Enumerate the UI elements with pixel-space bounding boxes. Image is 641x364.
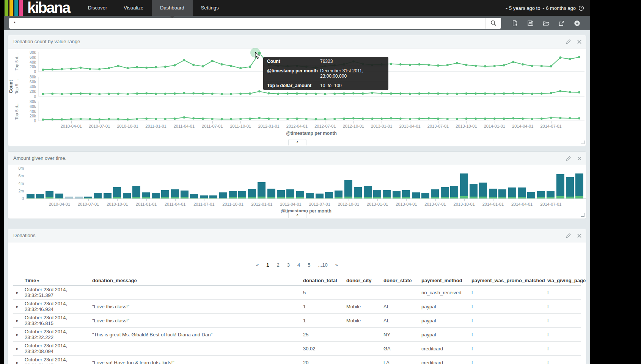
clock-icon [578,5,584,11]
tooltip-value: December 31st 2011, 23:00:00.000 [320,68,385,79]
sort-desc-icon: ▾ [37,279,39,283]
cell-payment_was_promo_matched: f [471,318,547,323]
x-axis-tick [406,198,407,201]
edit-panel-icon[interactable] [566,39,571,44]
table-row[interactable]: ▸October 23rd 2014, 23:32:46.815"Love th… [13,314,581,328]
bar-segment-top [55,194,63,198]
logo-stripe [14,0,18,16]
bar-segment-top [344,180,352,197]
x-axis-tick [377,198,378,201]
tab-settings[interactable]: Settings [193,0,227,16]
logo-stripe [9,0,13,16]
search-button[interactable] [485,18,501,29]
resize-handle-icon[interactable] [581,213,584,217]
cell-donation_total: 20 [303,360,346,364]
row-expand-icon[interactable]: ▸ [13,360,25,364]
line-series-svg [37,98,586,123]
close-panel-icon[interactable] [577,234,581,238]
load-dashboard-button[interactable] [538,16,554,30]
bar-segment-top [441,187,449,197]
y-axis-tick-label: 40k [19,84,36,89]
column-header-donor-state[interactable]: donor_state [383,278,421,283]
y-axis-tick-label: 40k [19,60,36,64]
row-expand-icon[interactable]: ▸ [13,304,25,309]
x-axis-tick [117,198,118,201]
save-floppy-icon [527,20,534,27]
bar-segment-top [142,192,150,197]
page-3[interactable]: 3 [287,262,290,268]
row-expand-icon[interactable]: ▸ [13,346,25,351]
edit-panel-icon[interactable] [566,156,571,161]
bar-segment-top [402,190,410,197]
x-axis-tick [320,198,320,201]
bar-segment-top [248,189,256,197]
browser-viewport: kibana Discover Visualize Dashboard Sett… [4,0,590,364]
cell-payment_method: creditcard [421,346,471,352]
cell-donation_total: 30.02 [303,346,346,352]
y-axis-tick-label: 60k [19,55,36,59]
page-...10[interactable]: ...10 [318,262,327,268]
edit-panel-icon[interactable] [566,233,571,238]
bar-segment-top [489,189,497,197]
close-panel-icon[interactable] [577,40,581,44]
page-5[interactable]: 5 [308,262,310,268]
column-header-donation-message[interactable]: donation_message [92,278,303,283]
query-toolbar [4,16,590,30]
time-range-picker[interactable]: ~ 5 years ago to ~ 6 months ago [505,0,590,16]
bar-segment-top [104,193,112,198]
bar-segment-top [335,191,342,197]
cell-payment_was_promo_matched: f [471,332,547,337]
collapse-panel-button[interactable]: ∧ [288,212,306,218]
tab-visualize[interactable]: Visualize [115,0,152,16]
cell-payment_was_promo_matched: f [471,304,547,309]
bar-segment-top [46,191,53,197]
cell-time: October 23rd 2014, 23:32:46.934 [25,301,92,312]
cell-via_giving_page: f [547,346,581,352]
column-header-time[interactable]: Time▾ [25,278,92,283]
column-header-donation-total[interactable]: donation_total [303,278,346,283]
table-row[interactable]: ▸October 23rd 2014, 23:31:51.447"Love ya… [13,356,581,364]
column-header-donor-city[interactable]: donor_city [346,278,383,283]
page-next[interactable]: » [335,262,338,268]
column-header-payment-was-promo-matched[interactable]: payment_was_promo_matched [471,278,547,283]
bar-segment-top [27,194,35,198]
query-input[interactable] [9,18,485,29]
table-row[interactable]: ▸October 23rd 2014, 23:32:46.934"Love th… [13,300,581,314]
bar-segment-top [36,194,44,198]
page-prev[interactable]: « [256,262,259,268]
page-1[interactable]: 1 [266,262,269,268]
new-dashboard-button[interactable] [507,16,523,30]
page-2[interactable]: 2 [277,262,280,268]
cell-payment_was_promo_matched: f [471,290,547,295]
add-visualization-button[interactable] [569,16,585,30]
x-axis-tick [204,198,204,201]
column-header-via-giving-page[interactable]: via_giving_page [547,278,586,283]
y-axis-tick-label: 60k [19,80,36,84]
collapse-chevron-icon: ∧ [296,140,299,144]
tooltip-value: 10_to_100 [320,83,385,88]
bar-segment-top [498,189,506,197]
cell-payment_was_promo_matched: f [471,360,547,364]
close-panel-icon[interactable] [577,156,581,161]
table-row[interactable]: ▸October 23rd 2014, 23:32:08.09430.02GAc… [13,342,581,356]
bar-segment-top [364,186,372,197]
row-expand-icon[interactable]: ▸ [13,332,25,337]
collapse-panel-button[interactable]: ∧ [288,139,306,145]
y-axis-tick-label: 0 [19,119,36,123]
y-axis-tick-label: 8m [9,166,24,170]
row-expand-icon[interactable]: ▸ [13,318,25,323]
table-row[interactable]: ▸October 23rd 2014, 23:32:51.3975no_cash… [13,286,581,300]
tab-dashboard[interactable]: Dashboard [152,0,193,16]
pagination: «12345...10» [8,262,586,270]
bar-segment-top [508,187,516,197]
save-dashboard-button[interactable] [523,16,538,30]
table-row[interactable]: ▸October 23rd 2014, 23:32:22.222"This is… [13,328,581,342]
share-dashboard-button[interactable] [554,16,569,30]
column-header-payment-method[interactable]: payment_method [421,278,471,283]
row-expand-icon[interactable]: ▸ [13,290,25,295]
tab-discover[interactable]: Discover [80,0,116,16]
resize-handle-icon[interactable] [581,141,584,144]
page-4[interactable]: 4 [297,262,300,268]
x-axis-tick [175,198,176,201]
cell-donation_message: "Love ya! Have fun & learn lots, kids!" [92,360,303,364]
